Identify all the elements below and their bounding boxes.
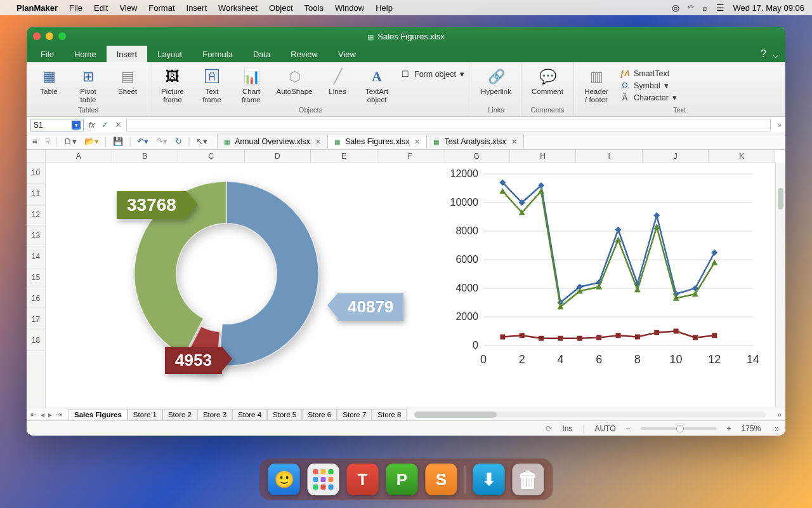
picture-frame-button[interactable]: 🖼Picture frame [154,65,191,104]
vertical-scrollbar[interactable] [775,163,785,408]
select-all-corner[interactable] [27,150,46,163]
column-header[interactable]: C [178,150,245,162]
save-icon[interactable]: 💾 [111,137,125,146]
sheet-button[interactable]: ▤Sheet [109,65,146,104]
doc-tab-sales[interactable]: ▦Sales Figures.xlsx✕ [327,135,427,148]
maximize-icon[interactable] [58,32,66,40]
tab-layout[interactable]: Layout [147,46,192,62]
search-icon[interactable]: ⌕ [702,3,707,13]
comment-button[interactable]: 💬Comment [525,65,570,104]
mac-menu-view[interactable]: View [119,3,137,13]
column-header[interactable]: D [245,150,311,162]
zoom-in-icon[interactable]: + [727,424,731,433]
close-icon[interactable] [33,32,41,40]
more-icon[interactable]: » [777,410,782,419]
column-header[interactable]: K [709,150,775,162]
dock-launchpad[interactable] [308,464,339,495]
column-header[interactable]: G [443,150,510,162]
close-icon[interactable]: ✕ [511,138,517,146]
prev-sheet-icon[interactable]: ◂ [41,410,44,419]
dock-presentations[interactable]: S [426,464,457,495]
form-object-button[interactable]: ☐Form object ▾ [400,69,464,79]
row-headers[interactable]: 101112131415161718 [27,163,46,408]
sheet-tab[interactable]: Store 3 [197,409,232,420]
donut-chart[interactable]: 33768 40879 4953 [122,169,331,378]
formula-input[interactable] [126,119,771,131]
tab-insert[interactable]: Insert [107,46,148,62]
table-button[interactable]: ▦Table [30,65,67,104]
next-sheet-icon[interactable]: ▸ [48,410,52,419]
zoom-out-icon[interactable]: − [626,424,631,433]
symbol-button[interactable]: ΩSymbol ▾ [620,81,677,90]
align-icon[interactable]: ≡ [30,137,39,146]
status-auto[interactable]: AUTO [594,424,615,433]
collapse-ribbon-icon[interactable]: ⌵ [773,48,779,60]
row-header[interactable]: 14 [27,246,45,267]
mac-menu-edit[interactable]: Edit [94,3,108,13]
accept-icon[interactable]: ✓ [100,120,110,130]
row-header[interactable]: 13 [27,225,45,246]
dock-planmaker[interactable]: P [386,464,418,495]
horizontal-scrollbar[interactable] [414,411,766,418]
character-button[interactable]: ÄCharacter ▾ [620,93,677,102]
sheet-tab[interactable]: Store 8 [372,409,407,420]
open-icon[interactable]: 📂▾ [82,137,101,146]
mac-menu-worksheet[interactable]: Worksheet [218,3,258,13]
column-header[interactable]: H [510,150,577,162]
dock-textmaker[interactable]: T [347,464,379,495]
more-icon[interactable]: » [775,424,779,433]
row-header[interactable]: 18 [27,330,45,351]
mac-clock[interactable]: Wed 17. May 09:06 [733,3,805,13]
column-header[interactable]: B [112,150,179,162]
column-headers[interactable]: ABCDEFGHIJK [46,150,775,163]
sheet-tab[interactable]: Store 6 [302,409,337,420]
expand-icon[interactable]: » [777,121,782,130]
row-header[interactable]: 16 [27,288,45,309]
tab-file[interactable]: File [30,46,64,62]
tab-data[interactable]: Data [243,46,280,62]
redo-icon[interactable]: ↷▾ [154,137,169,146]
refresh-icon[interactable]: ↻ [173,137,184,146]
sheet-tab[interactable]: Sales Figures [69,409,128,420]
cell-reference-input[interactable]: S1▾ [30,119,84,131]
mac-menu-insert[interactable]: Insert [187,3,207,13]
pointer-icon[interactable]: ↖▾ [194,137,209,146]
mac-menu-file[interactable]: File [69,3,82,13]
sheet-tab[interactable]: Store 4 [232,409,267,420]
smarttext-button[interactable]: ƒASmartText [620,69,677,78]
dock-trash[interactable]: 🗑 [513,464,544,495]
user-icon[interactable]: ◎ [672,3,679,13]
row-header[interactable]: 10 [27,163,45,184]
minimize-icon[interactable] [46,32,53,40]
doc-tab-annual[interactable]: ▦Annual Overview.xlsx✕ [217,135,328,148]
column-header[interactable]: A [46,150,112,162]
row-header[interactable]: 17 [27,309,45,330]
mac-menu-help[interactable]: Help [376,3,393,13]
cells-canvas[interactable]: 33768 40879 4953 02000400060008000100001… [46,163,775,408]
pivot-table-button[interactable]: ⊞Pivot table [70,65,107,104]
row-header[interactable]: 12 [27,204,45,225]
row-header[interactable]: 15 [27,267,45,288]
header-footer-button[interactable]: ▥Header / footer [578,65,615,104]
cancel-icon[interactable]: ✕ [113,120,124,130]
text-frame-button[interactable]: 🄰Text frame [193,65,230,104]
column-header[interactable]: J [643,150,709,162]
status-ins[interactable]: Ins [562,424,572,433]
sync-icon[interactable]: ⟳ [546,424,552,433]
doc-tab-test[interactable]: ▦Test Analysis.xlsx✕ [426,135,523,148]
new-doc-icon[interactable]: 🗋▾ [62,137,79,146]
tab-formula[interactable]: Formula [192,46,243,62]
zoom-value[interactable]: 175% [742,424,761,433]
mac-menu-tools[interactable]: Tools [304,3,324,13]
sheet-tab[interactable]: Store 1 [128,409,162,420]
fx-icon[interactable]: fx [89,121,95,130]
tab-review[interactable]: Review [280,46,328,62]
mac-menu-object[interactable]: Object [269,3,293,13]
dock-finder[interactable]: 🙂 [268,464,300,495]
sheet-tab[interactable]: Store 2 [162,409,197,420]
undo-icon[interactable]: ↶▾ [135,137,150,146]
line-chart[interactable]: 02000400060008000100001200002468101214 [439,168,763,371]
autoshape-button[interactable]: ⬡AutoShape [272,65,317,104]
column-header[interactable]: E [311,150,377,162]
zoom-slider[interactable] [641,427,717,430]
